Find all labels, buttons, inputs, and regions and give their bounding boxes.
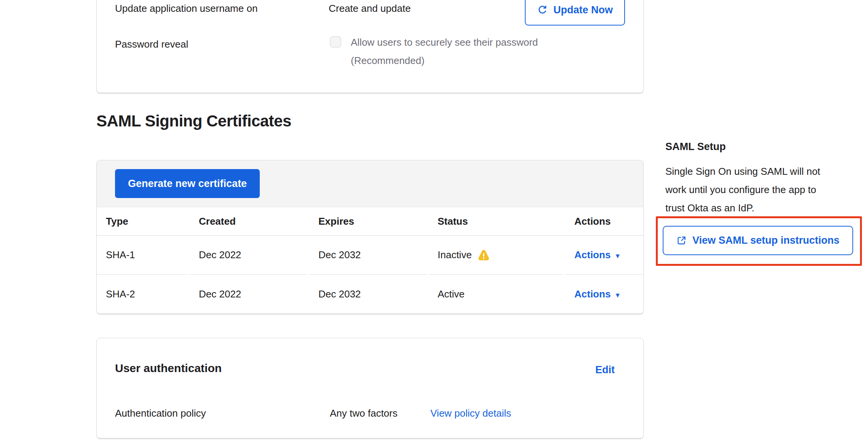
view-saml-setup-label: View SAML setup instructions: [692, 235, 839, 246]
cell-status: Active: [428, 275, 564, 313]
col-header-expires: Expires: [309, 207, 427, 235]
status-text: Inactive: [438, 249, 472, 261]
cell-status: Inactive: [428, 236, 564, 275]
warning-icon: [477, 249, 490, 262]
cell-type: SHA-2: [97, 275, 188, 313]
cell-expires: Dec 2032: [309, 236, 427, 275]
update-username-label: Update application username on: [115, 2, 257, 15]
cert-panel-header: Generate new certificate: [97, 160, 643, 207]
cert-table-row-sha1: SHA-1 Dec 2022 Dec 2032 Inactive Actions…: [97, 236, 643, 275]
edit-link[interactable]: Edit: [595, 364, 615, 376]
actions-dropdown[interactable]: Actions ▼: [574, 249, 621, 261]
update-now-button[interactable]: Update Now: [525, 0, 625, 26]
user-auth-title: User authentication: [115, 362, 222, 375]
view-policy-details-link[interactable]: View policy details: [430, 407, 511, 420]
password-reveal-checkbox-label: Allow users to securely see their passwo…: [351, 33, 579, 70]
cell-created: Dec 2022: [190, 236, 308, 275]
cell-created: Dec 2022: [190, 275, 308, 313]
actions-label: Actions: [574, 249, 611, 261]
cell-actions: Actions ▼: [565, 275, 643, 313]
saml-setup-title: SAML Setup: [665, 141, 726, 153]
update-username-value: Create and update: [329, 2, 411, 15]
password-reveal-label: Password reveal: [115, 38, 188, 51]
cert-table-row-sha2: SHA-2 Dec 2022 Dec 2032 Active Actions ▼: [97, 275, 643, 313]
settings-panel: Update application username on Create an…: [96, 0, 644, 93]
password-reveal-checkbox[interactable]: [330, 36, 341, 48]
page-canvas: Update application username on Create an…: [0, 0, 868, 441]
col-header-created: Created: [190, 207, 308, 235]
external-link-icon: [676, 235, 687, 246]
view-saml-setup-instructions-button[interactable]: View SAML setup instructions: [663, 226, 853, 255]
cell-expires: Dec 2032: [309, 275, 427, 313]
actions-label: Actions: [574, 288, 611, 300]
actions-dropdown[interactable]: Actions ▼: [574, 288, 621, 300]
cell-type: SHA-1: [97, 236, 188, 275]
status-text: Active: [438, 288, 465, 300]
col-header-type: Type: [97, 207, 188, 235]
caret-down-icon: ▼: [614, 252, 621, 260]
saml-setup-description: Single Sign On using SAML will not work …: [665, 162, 868, 217]
caret-down-icon: ▼: [614, 292, 621, 299]
page-title: SAML Signing Certificates: [96, 112, 291, 130]
cell-actions: Actions ▼: [565, 236, 643, 275]
col-header-actions: Actions: [565, 207, 643, 235]
col-header-status: Status: [428, 207, 564, 235]
refresh-icon: [537, 5, 548, 15]
auth-policy-label: Authentication policy: [115, 407, 206, 420]
auth-policy-value: Any two factors: [330, 407, 398, 420]
saml-certificates-panel: Generate new certificate Type Created Ex…: [96, 160, 644, 314]
user-authentication-panel: User authentication Edit Authentication …: [96, 338, 644, 438]
cert-table-header-row: Type Created Expires Status Actions: [97, 207, 643, 236]
update-now-label: Update Now: [553, 4, 613, 16]
generate-new-certificate-button[interactable]: Generate new certificate: [115, 169, 260, 198]
